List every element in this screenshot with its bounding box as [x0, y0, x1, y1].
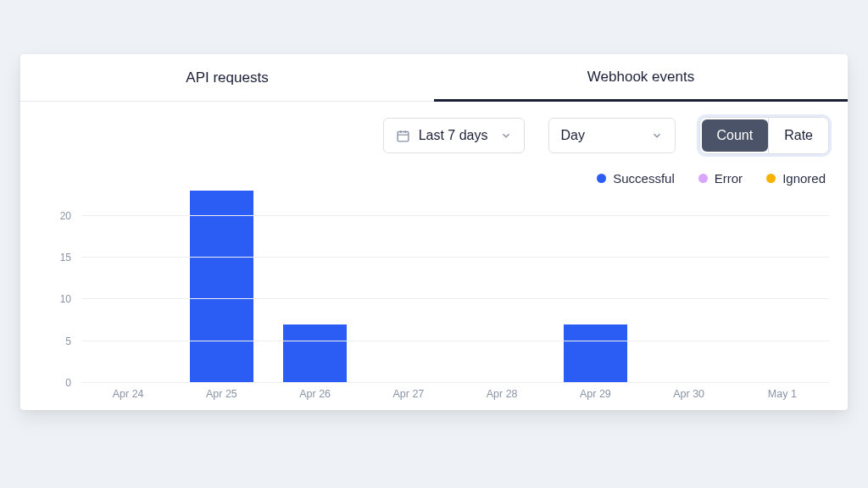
chevron-down-icon: [651, 130, 663, 141]
granularity-select[interactable]: Day: [548, 118, 676, 153]
bar: [564, 324, 627, 383]
y-axis: 05101520: [39, 191, 76, 383]
bar-slot: [643, 191, 736, 383]
x-tick-label: Apr 24: [81, 383, 175, 402]
granularity-label: Day: [561, 128, 585, 143]
date-range-picker[interactable]: Last 7 days: [383, 118, 525, 153]
bar: [190, 191, 253, 383]
x-tick-label: Apr 27: [362, 383, 455, 402]
rate-button[interactable]: Rate: [768, 118, 828, 153]
x-tick-label: Apr 28: [455, 383, 548, 402]
bar-slot: [736, 191, 829, 383]
gridline: [81, 215, 829, 216]
bar-chart: 05101520 Apr 24Apr 25Apr 26Apr 27Apr 28A…: [39, 191, 829, 402]
count-label: Count: [717, 128, 754, 143]
x-tick-label: May 1: [736, 383, 829, 402]
bar-slot: [269, 191, 362, 383]
y-tick-label: 20: [39, 210, 71, 222]
bar-slot: [362, 191, 455, 383]
legend-dot-icon: [698, 174, 708, 183]
legend-item-error: Error: [698, 171, 743, 186]
chart-legend: Successful Error Ignored: [20, 161, 848, 191]
gridline: [81, 298, 829, 299]
y-tick-label: 5: [39, 336, 71, 347]
gridline: [81, 257, 829, 258]
tab-bar: API requests Webhook events: [20, 54, 848, 102]
plot-area: [81, 191, 829, 383]
tab-webhook-events[interactable]: Webhook events: [434, 54, 848, 102]
chart-area: 05101520 Apr 24Apr 25Apr 26Apr 27Apr 28A…: [20, 191, 848, 410]
date-range-label: Last 7 days: [419, 128, 488, 143]
tab-label: API requests: [186, 69, 268, 86]
tab-label: Webhook events: [587, 69, 694, 86]
legend-label: Successful: [613, 171, 675, 186]
dashboard-card: API requests Webhook events Last 7 days …: [20, 54, 848, 410]
x-tick-label: Apr 25: [175, 383, 268, 402]
legend-label: Error: [715, 171, 743, 186]
x-axis: Apr 24Apr 25Apr 26Apr 27Apr 28Apr 29Apr …: [81, 383, 829, 402]
svg-rect-0: [398, 131, 409, 141]
legend-label: Ignored: [782, 171, 826, 186]
chevron-down-icon: [500, 130, 512, 141]
legend-item-ignored: Ignored: [766, 171, 826, 186]
tab-api-requests[interactable]: API requests: [20, 54, 434, 102]
count-rate-toggle: Count Rate: [699, 117, 830, 154]
rate-label: Rate: [784, 128, 813, 143]
legend-dot-icon: [597, 174, 606, 183]
legend-dot-icon: [766, 174, 776, 183]
x-tick-label: Apr 30: [643, 383, 736, 402]
bar-slot: [548, 191, 642, 383]
legend-item-successful: Successful: [597, 171, 675, 186]
bar: [283, 324, 347, 383]
y-tick-label: 15: [39, 252, 71, 263]
bar-slot: [455, 191, 548, 383]
y-tick-label: 0: [39, 377, 71, 389]
bar-slot: [175, 191, 268, 383]
bar-slot: [81, 191, 175, 383]
y-tick-label: 10: [39, 293, 71, 305]
controls-row: Last 7 days Day Count Rate: [20, 102, 848, 161]
x-tick-label: Apr 26: [269, 383, 362, 402]
calendar-icon: [396, 129, 410, 143]
bars-container: [81, 191, 829, 383]
x-tick-label: Apr 29: [548, 383, 642, 402]
count-button[interactable]: Count: [702, 119, 769, 152]
gridline: [81, 341, 829, 341]
